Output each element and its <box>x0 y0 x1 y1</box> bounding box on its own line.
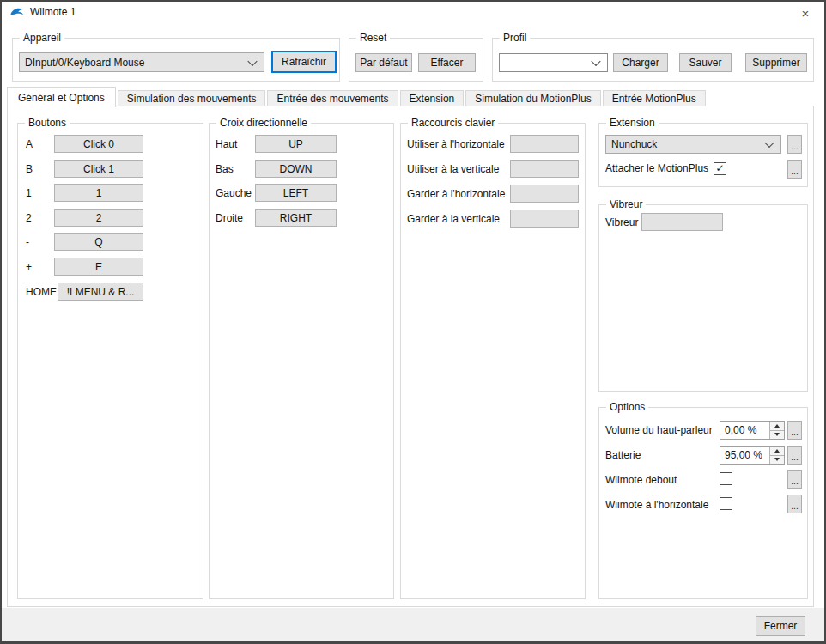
sideways-wiimote-advanced-button[interactable]: ... <box>787 495 802 513</box>
tab-bar: Général et Options Simulation des mouvem… <box>7 86 708 106</box>
tab-general-options[interactable]: Général et Options <box>7 87 116 107</box>
upright-wiimote-advanced-button[interactable]: ... <box>787 470 802 489</box>
profile-delete-button[interactable]: Supprimer <box>745 53 807 72</box>
tab-motion-simulation[interactable]: Simulation des mouvements <box>118 90 266 106</box>
upright-wiimote-label: Wiimote debout <box>605 474 677 486</box>
button-row-minus: - Q <box>26 233 143 251</box>
extension-combobox-value: Nunchuck <box>611 138 657 150</box>
extension-advanced-button[interactable]: ... <box>787 135 802 154</box>
button-label: 2 <box>26 212 54 224</box>
sideways-wiimote-checkbox[interactable] <box>720 497 732 510</box>
mapping-button-upright-hold[interactable] <box>510 210 579 228</box>
button-box <box>0 608 826 644</box>
dpad-row-left: Gauche LEFT <box>216 184 337 202</box>
close-dialog-button[interactable]: Fermer <box>756 616 805 636</box>
spin-arrows <box>769 447 784 464</box>
button-label: 1 <box>26 187 54 199</box>
mapping-button-home[interactable]: !LMENU & R... <box>58 283 143 301</box>
hotkey-row-upright-toggle: Utiliser à la verticale <box>407 160 579 178</box>
speaker-volume-value: 0,00 % <box>720 422 769 439</box>
checkmark-icon: ✓ <box>716 163 725 173</box>
default-button[interactable]: Par défaut <box>355 53 412 72</box>
refresh-button[interactable]: Rafraîchir <box>271 51 337 73</box>
spin-up-icon[interactable] <box>770 422 784 430</box>
button-label: + <box>26 261 54 273</box>
button-row-plus: + E <box>26 258 143 276</box>
speaker-volume-advanced-button[interactable]: ... <box>787 421 802 440</box>
speaker-volume-label: Volume du haut-parleur <box>605 424 713 436</box>
mapping-button-up[interactable]: UP <box>255 135 337 153</box>
dpad-row-up: Haut UP <box>216 135 337 153</box>
mapping-button-left[interactable]: LEFT <box>255 184 337 202</box>
extension-combobox[interactable]: Nunchuck <box>605 135 781 154</box>
dpad-label: Droite <box>216 212 255 224</box>
tab-extension[interactable]: Extension <box>400 90 465 106</box>
device-combobox-value: DInput/0/Keyboard Mouse <box>25 57 144 69</box>
hotkey-label: Utiliser à la verticale <box>407 163 510 175</box>
dpad-row-down: Bas DOWN <box>216 160 337 178</box>
title-bar: Wiimote 1 × <box>0 0 826 24</box>
button-label: HOME <box>26 286 58 298</box>
spin-down-icon[interactable] <box>770 430 784 440</box>
mapping-button-down[interactable]: DOWN <box>255 160 337 178</box>
hotkeys-group-title: Raccourcis clavier <box>408 117 498 129</box>
mapping-button-sideways-hold[interactable] <box>510 185 579 203</box>
upright-wiimote-checkbox[interactable] <box>720 472 732 485</box>
button-row-1: 1 1 <box>26 184 143 202</box>
rumble-group-title: Vibreur <box>606 198 646 210</box>
chevron-down-icon <box>764 138 774 148</box>
hotkey-row-sideways-toggle: Utiliser à l'horizontale <box>407 135 579 153</box>
mapping-button-1[interactable]: 1 <box>54 184 143 202</box>
device-combobox[interactable]: DInput/0/Keyboard Mouse <box>19 52 264 72</box>
profile-group-title: Profil <box>500 32 530 44</box>
battery-spinbox[interactable]: 95,00 % <box>720 446 785 465</box>
dpad-label: Gauche <box>216 187 255 199</box>
battery-advanced-button[interactable]: ... <box>787 446 802 465</box>
hotkey-row-sideways-hold: Garder à l'horizontale <box>407 185 579 203</box>
button-row-a: A Click 0 <box>26 135 143 153</box>
spin-down-icon[interactable] <box>770 455 784 465</box>
buttons-group-title: Boutons <box>25 117 70 129</box>
mapping-button-right[interactable]: RIGHT <box>255 209 337 227</box>
battery-label: Batterie <box>605 449 641 461</box>
mapping-button-minus[interactable]: Q <box>54 233 143 251</box>
hotkey-label: Garder à l'horizontale <box>407 188 510 200</box>
chevron-down-icon <box>591 57 600 66</box>
button-row-home: HOME !LMENU & R... <box>26 283 143 301</box>
dpad-label: Bas <box>216 163 255 175</box>
button-row-2: 2 2 <box>26 209 143 227</box>
rumble-label: Vibreur <box>605 216 641 228</box>
dpad-group-title: Croix directionnelle <box>216 117 311 129</box>
mapping-button-sideways-toggle[interactable] <box>510 135 579 153</box>
tab-motionplus-simulation[interactable]: Simulation du MotionPlus <box>465 90 600 106</box>
mapping-button-plus[interactable]: E <box>54 258 143 276</box>
tab-motion-input[interactable]: Entrée des mouvements <box>267 90 398 106</box>
chevron-down-icon <box>247 56 257 65</box>
window-title: Wiimote 1 <box>30 6 76 18</box>
button-label: A <box>26 138 54 150</box>
attach-motionplus-checkbox[interactable]: ✓ <box>714 162 726 175</box>
reset-group-title: Reset <box>356 32 390 44</box>
attach-motionplus-advanced-button[interactable]: ... <box>787 160 802 179</box>
tab-motionplus-input[interactable]: Entrée MotionPlus <box>603 90 706 106</box>
profile-save-button[interactable]: Sauver <box>679 53 732 72</box>
mapping-button-b[interactable]: Click 1 <box>54 160 143 178</box>
extension-group-title: Extension <box>606 117 659 129</box>
profile-load-button[interactable]: Charger <box>613 53 668 72</box>
clear-button[interactable]: Effacer <box>418 53 476 72</box>
sideways-wiimote-label: Wiimote à l'horizontale <box>605 499 708 511</box>
speaker-volume-spinbox[interactable]: 0,00 % <box>720 421 785 440</box>
profile-combobox[interactable] <box>499 53 608 72</box>
mapping-button-a[interactable]: Click 0 <box>54 135 143 153</box>
attach-motionplus-label: Attacher le MotionPlus <box>605 162 708 174</box>
dpad-row-right: Droite RIGHT <box>216 209 337 227</box>
device-group-title: Appareil <box>20 32 64 44</box>
extension-groupbox: Extension <box>598 123 808 187</box>
mapping-button-rumble[interactable] <box>641 213 723 231</box>
close-icon[interactable]: × <box>787 2 824 24</box>
mapping-button-2[interactable]: 2 <box>54 209 143 227</box>
mapping-button-upright-toggle[interactable] <box>510 160 579 178</box>
dolphin-icon <box>9 5 24 20</box>
button-label: B <box>26 163 54 175</box>
spin-up-icon[interactable] <box>770 447 784 455</box>
